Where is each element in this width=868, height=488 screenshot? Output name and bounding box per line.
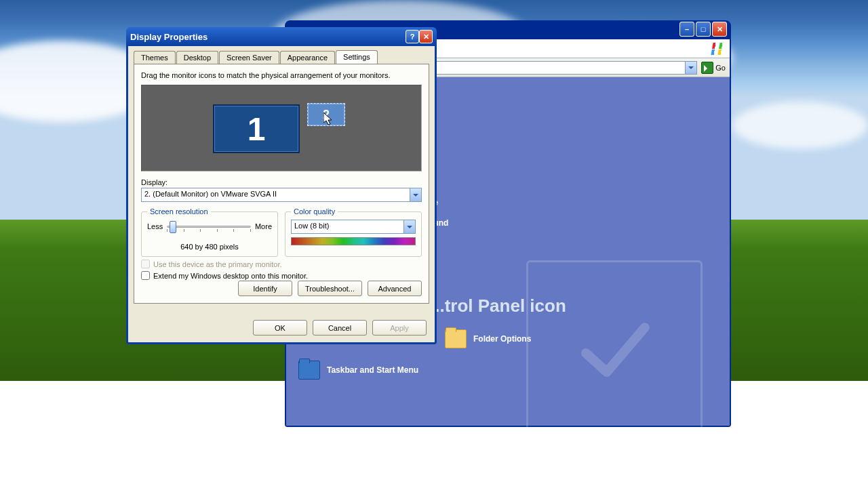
- color-quality-select[interactable]: Low (8 bit): [291, 220, 416, 234]
- cancel-button[interactable]: Cancel: [313, 320, 367, 336]
- color-spectrum-icon: [291, 237, 416, 245]
- extend-checkbox-label: Extend my Windows desktop onto this moni…: [153, 272, 308, 280]
- taskbar-icon: [298, 361, 320, 380]
- go-arrow-icon: [701, 62, 713, 74]
- minimize-button[interactable]: –: [679, 22, 694, 37]
- item-label: Folder Options: [473, 334, 531, 344]
- display-label: Display:: [141, 178, 422, 186]
- tab-screen-saver[interactable]: Screen Saver: [219, 51, 279, 64]
- item-label: Taskbar and Start Menu: [327, 365, 418, 375]
- display-properties-dialog: Display Properties ? ✕ Themes Desktop Sc…: [126, 27, 437, 344]
- extend-checkbox-input[interactable]: [141, 271, 150, 280]
- resolution-value: 640 by 480 pixels: [147, 243, 272, 251]
- advanced-button[interactable]: Advanced: [368, 281, 422, 296]
- identify-button[interactable]: Identify: [238, 281, 292, 296]
- troubleshoot-button[interactable]: Troubleshoot...: [298, 281, 362, 296]
- chevron-down-icon: [410, 188, 421, 201]
- color-quality-legend: Color quality: [291, 207, 338, 216]
- resolution-legend: Screen resolution: [147, 207, 211, 216]
- control-panel-watermark-icon: [526, 260, 703, 436]
- primary-monitor-checkbox: Use this device as the primary monitor.: [141, 260, 422, 268]
- tab-appearance[interactable]: Appearance: [280, 51, 335, 64]
- tab-strip: Themes Desktop Screen Saver Appearance S…: [128, 46, 435, 64]
- dialog-titlebar[interactable]: Display Properties ? ✕: [126, 27, 437, 46]
- folder-icon: [445, 329, 467, 348]
- display-select[interactable]: 2. (Default Monitor) on VMware SVGA II: [141, 188, 422, 202]
- tab-settings[interactable]: Settings: [336, 50, 378, 64]
- ok-button[interactable]: OK: [253, 320, 307, 336]
- settings-panel: Drag the monitor icons to match the phys…: [134, 64, 429, 304]
- close-button[interactable]: ✕: [712, 22, 727, 37]
- chevron-down-icon: [403, 220, 415, 233]
- screen-resolution-group: Screen resolution Less More 640 by 480 p…: [141, 207, 278, 257]
- go-button[interactable]: Go: [701, 62, 726, 74]
- tab-desktop[interactable]: Desktop: [176, 51, 218, 64]
- maximize-button[interactable]: □: [696, 22, 711, 37]
- primary-checkbox-label: Use this device as the primary monitor.: [153, 260, 282, 268]
- go-label: Go: [715, 64, 726, 72]
- primary-checkbox-input: [141, 260, 150, 268]
- color-quality-value: Low (8 bit): [294, 222, 329, 230]
- monitor-1-icon[interactable]: 1: [213, 104, 300, 153]
- dialog-title: Display Properties: [130, 32, 208, 42]
- close-button[interactable]: ✕: [419, 30, 433, 43]
- cp-item-taskbar[interactable]: Taskbar and Start Menu: [298, 361, 418, 380]
- category-heading: ...trol Panel icon: [430, 296, 566, 317]
- apply-button[interactable]: Apply: [372, 320, 427, 336]
- tab-themes[interactable]: Themes: [134, 51, 176, 64]
- address-dropdown-icon[interactable]: [685, 62, 696, 74]
- help-button[interactable]: ?: [406, 30, 419, 43]
- slider-more-label: More: [255, 222, 272, 230]
- instruction-text: Drag the monitor icons to match the phys…: [141, 71, 422, 79]
- resolution-slider[interactable]: [167, 220, 251, 233]
- monitor-2-icon[interactable]: 2: [307, 103, 345, 126]
- slider-less-label: Less: [147, 222, 163, 230]
- extend-desktop-checkbox[interactable]: Extend my Windows desktop onto this moni…: [141, 271, 422, 280]
- color-quality-group: Color quality Low (8 bit): [285, 207, 422, 257]
- cp-item-folder-options[interactable]: Folder Options: [445, 329, 531, 348]
- windows-flag-icon: [711, 43, 726, 55]
- display-value: 2. (Default Monitor) on VMware SVGA II: [144, 190, 277, 198]
- monitor-arrangement-area[interactable]: 1 2: [141, 85, 422, 171]
